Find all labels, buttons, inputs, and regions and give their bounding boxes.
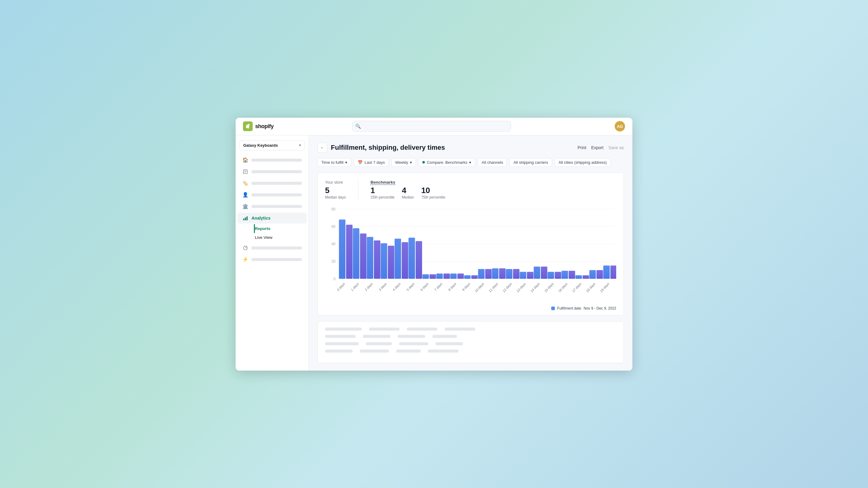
channels-label: All channels (482, 160, 503, 165)
analytics-icon (242, 215, 248, 221)
sidebar-item-discounts[interactable]: ⚡ (238, 254, 307, 265)
table-cell-placeholder (445, 328, 475, 331)
stat-75th: 10 75th percentile (421, 186, 445, 199)
channels-filter[interactable]: All channels (478, 158, 507, 167)
sidebar-sub-item-live-view[interactable]: Live View (254, 233, 307, 242)
sidebar: Galaxy Keyboards ▾ 🏠 🏷️ 👤 (236, 135, 309, 370)
table-cell-placeholder (325, 342, 359, 345)
page-header-left: ← Fulfillment, shipping, delivery times (317, 143, 445, 153)
svg-rect-56 (603, 265, 610, 279)
export-button[interactable]: Export (591, 145, 603, 150)
table-row (325, 328, 616, 331)
svg-rect-33 (443, 273, 450, 279)
svg-rect-50 (562, 270, 568, 279)
table-cell-placeholder (325, 350, 352, 353)
sidebar-item-orders[interactable] (238, 166, 307, 177)
logo-text: shopify (255, 123, 274, 130)
stats-row: Your store 5 Median days Benchmarks (325, 180, 616, 199)
svg-rect-36 (464, 275, 471, 279)
benchmarks-stats: Benchmarks 1 25th percentile 4 Median (371, 180, 445, 199)
back-button[interactable]: ← (317, 143, 327, 153)
benchmarks-label: Benchmarks (371, 180, 445, 185)
svg-rect-39 (485, 269, 492, 279)
carriers-label: All shipping carriers (513, 160, 548, 165)
sidebar-sub-item-reports[interactable]: Reports (254, 224, 307, 233)
table-row (325, 335, 616, 338)
svg-rect-23 (374, 240, 380, 279)
svg-rect-25 (388, 246, 394, 279)
svg-text:13 days: 13 days (516, 282, 526, 293)
products-icon: 🏷️ (242, 180, 248, 186)
frequency-label: Weekly (395, 160, 408, 165)
svg-rect-5 (245, 218, 246, 220)
save-as-button[interactable]: Save as (608, 145, 624, 150)
svg-rect-6 (247, 216, 248, 220)
sidebar-item-home[interactable]: 🏠 (238, 155, 307, 166)
svg-text:16 days: 16 days (558, 282, 568, 293)
svg-rect-43 (513, 269, 520, 279)
svg-rect-40 (492, 268, 498, 279)
svg-rect-44 (520, 272, 526, 279)
svg-rect-38 (478, 269, 484, 279)
sidebar-item-store[interactable]: 🏛️ (238, 201, 307, 212)
frequency-filter[interactable]: Weekly ▾ (391, 158, 416, 167)
time-to-fulfill-filter[interactable]: Time to fulfill ▾ (317, 158, 351, 167)
stat-value-5: 5 (325, 186, 346, 194)
compare-filter[interactable]: Compare: Benchmarks ▾ (418, 158, 475, 167)
svg-rect-53 (583, 275, 589, 279)
svg-rect-20 (353, 228, 359, 279)
svg-rect-55 (596, 270, 603, 279)
svg-text:14 days: 14 days (530, 282, 540, 293)
search-input[interactable] (352, 121, 511, 132)
svg-rect-29 (416, 241, 422, 279)
svg-rect-34 (450, 273, 457, 279)
sidebar-item-analytics[interactable]: Analytics (238, 213, 307, 224)
page-header-right: Print Export Save as (578, 145, 624, 150)
table-cell-placeholder (436, 342, 463, 345)
sidebar-item-products[interactable]: 🏷️ (238, 178, 307, 189)
print-button[interactable]: Print (578, 145, 586, 150)
svg-rect-18 (339, 219, 345, 279)
chart-svg: 80 60 40 20 0 (325, 205, 616, 303)
sidebar-item-customers[interactable]: 👤 (238, 189, 307, 200)
table-cell-placeholder (325, 328, 362, 331)
date-range-filter[interactable]: 📅 Last 7 days (354, 158, 389, 167)
svg-rect-57 (611, 265, 616, 279)
calendar-icon: 📅 (358, 160, 363, 165)
search-bar[interactable]: 🔍 (352, 121, 511, 132)
carriers-filter[interactable]: All shipping carriers (509, 158, 552, 167)
shopify-logo-icon (243, 121, 253, 131)
svg-rect-37 (471, 275, 478, 279)
sidebar-item-marketing[interactable] (238, 242, 307, 254)
your-store-label: Your store (325, 180, 346, 185)
svg-text:5 days: 5 days (406, 282, 415, 292)
your-store-stats: Your store 5 Median days (325, 180, 346, 199)
table-cell-placeholder (363, 335, 390, 338)
svg-text:15 days: 15 days (544, 282, 554, 293)
table-cell-placeholder (398, 335, 425, 338)
svg-text:7 days: 7 days (434, 282, 443, 292)
stat-label-75th: 75th percentile (421, 195, 445, 199)
svg-rect-24 (380, 243, 387, 279)
svg-rect-45 (527, 272, 533, 279)
svg-rect-27 (402, 242, 408, 279)
table-cell-placeholder (428, 350, 458, 353)
chevron-down-icon: ▾ (410, 160, 412, 165)
stat-value-4: 4 (402, 186, 414, 194)
table-cell-placeholder (366, 342, 392, 345)
time-to-fulfill-label: Time to fulfill (321, 160, 343, 165)
svg-text:80: 80 (332, 207, 335, 212)
store-selector[interactable]: Galaxy Keyboards ▾ (239, 140, 305, 150)
top-navigation: shopify 🔍 AG (236, 118, 632, 135)
table-cell-placeholder (369, 328, 400, 331)
page-title: Fulfillment, shipping, delivery times (331, 144, 445, 152)
stat-value-1: 1 (371, 186, 395, 194)
svg-text:0: 0 (333, 276, 335, 281)
user-avatar[interactable]: AG (615, 121, 625, 131)
svg-text:2 days: 2 days (364, 282, 374, 292)
cities-filter[interactable]: All cities (shipping address) (555, 158, 611, 167)
orders-icon (242, 169, 248, 175)
svg-rect-49 (555, 272, 561, 279)
svg-rect-1 (244, 170, 248, 173)
svg-rect-4 (243, 218, 245, 220)
